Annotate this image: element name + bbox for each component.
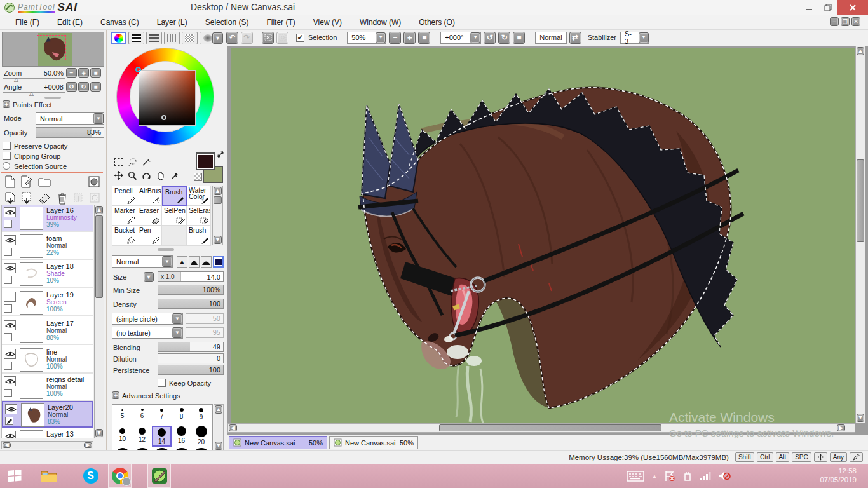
deselect-button[interactable]: [262, 32, 274, 44]
layer-paint-mode-box[interactable]: [5, 417, 13, 425]
layer-option-box[interactable]: [4, 276, 12, 284]
nav-zoom-in-button[interactable]: ＋: [78, 68, 89, 78]
size-preset-12[interactable]: 12: [132, 426, 152, 447]
nav-rotate-reset-button[interactable]: ■: [90, 82, 101, 92]
scroll-up-button[interactable]: ▲: [214, 187, 222, 195]
tool-marker[interactable]: Marker: [112, 206, 137, 226]
network-signal-icon[interactable]: [700, 471, 711, 481]
tool-pen[interactable]: Pen: [137, 226, 162, 246]
navigator-viewport-marquee[interactable]: [37, 35, 66, 60]
min-size-bar[interactable]: 100%: [158, 285, 224, 295]
taskbar-clock[interactable]: 12:58 07/05/2019: [820, 466, 857, 484]
rotate-reset-button[interactable]: ■: [513, 32, 525, 44]
layer-list-scrollbar[interactable]: ▲ ▼: [94, 205, 104, 438]
mdi-close-button[interactable]: ✕: [851, 17, 860, 26]
persistence-bar[interactable]: 100: [158, 365, 224, 375]
scroll-down-button[interactable]: ▼: [214, 236, 222, 244]
tool-seleras[interactable]: SelEras: [187, 206, 211, 226]
stabilizer-combo[interactable]: S-3▼: [620, 32, 649, 44]
layer-visibility-toggle[interactable]: [4, 235, 16, 245]
paints-effect-expander-icon[interactable]: ＋: [3, 100, 10, 108]
tool-brush-selected[interactable]: Brush: [162, 186, 187, 206]
action-center-flag-icon[interactable]: [665, 471, 675, 482]
menu-filter[interactable]: Filter (T): [257, 18, 304, 27]
document-tab[interactable]: New Canvas.sai 50%: [329, 436, 418, 449]
flip-view-button[interactable]: ⇄: [569, 32, 581, 44]
menu-others[interactable]: Others (O): [410, 18, 464, 27]
layer-row[interactable]: Layer 18Shade10%: [2, 261, 93, 288]
zoom-in-button[interactable]: ＋: [403, 32, 416, 44]
eyedropper-tool[interactable]: [168, 169, 181, 182]
zoom-combo[interactable]: 50%▼: [347, 32, 386, 44]
layer-option-box[interactable]: [4, 248, 12, 256]
size-preset-6[interactable]: 6: [132, 405, 152, 426]
new-layer-button[interactable]: [3, 174, 18, 189]
tool-airbrush[interactable]: AirBrush: [137, 186, 162, 206]
pen-indicator[interactable]: [850, 452, 863, 462]
scrollbar-thumb[interactable]: [857, 159, 864, 242]
brush-texture-combo-arrow-icon[interactable]: ▼: [172, 327, 182, 338]
layer-row[interactable]: foamNormal22%: [2, 233, 93, 260]
any-key-indicator[interactable]: Any: [830, 452, 847, 462]
hand-tool[interactable]: [154, 169, 167, 182]
dilution-bar[interactable]: 0: [158, 353, 224, 363]
layer-thumbnail[interactable]: [20, 207, 43, 230]
layer-option-box[interactable]: [4, 333, 12, 341]
transfer-selection-down-button[interactable]: [19, 191, 34, 206]
color-panel-menu-button[interactable]: ▼: [212, 32, 223, 44]
delete-layer-button[interactable]: [55, 191, 70, 206]
scrollbar-thumb[interactable]: [214, 196, 222, 204]
brush-size-field[interactable]: x 1.0 14.0: [158, 271, 224, 282]
zoom-reset-button[interactable]: ■: [418, 32, 430, 44]
rotate-canvas-tool[interactable]: [140, 169, 153, 182]
undo-button[interactable]: ↶: [226, 32, 238, 44]
sv-marker[interactable]: [161, 115, 166, 120]
menu-file[interactable]: File (F): [6, 18, 48, 27]
mdi-restore-button[interactable]: ❐: [841, 17, 850, 26]
move-tool[interactable]: [112, 169, 125, 182]
size-preset-5[interactable]: 5: [112, 405, 132, 426]
reselect-button[interactable]: [276, 32, 288, 44]
nav-zoom-reset-button[interactable]: ■: [90, 68, 101, 78]
selection-checkbox[interactable]: ✓: [296, 34, 304, 42]
layer-visibility-toggle[interactable]: [4, 263, 16, 273]
layer-option-box[interactable]: [4, 389, 12, 397]
size-grid-scrollbar[interactable]: ▲ ▼: [214, 404, 224, 451]
size-preset-9[interactable]: 9: [191, 405, 211, 426]
layer-visibility-toggle[interactable]: [4, 376, 16, 386]
layer-list-hscrollbar[interactable]: ◀ ▶: [1, 441, 93, 449]
scrollbar-thumb[interactable]: [95, 215, 103, 298]
apply-mask-button[interactable]: [88, 191, 103, 206]
transparent-color-button[interactable]: [194, 173, 202, 181]
brush-tip-softer[interactable]: [201, 256, 212, 268]
menu-selection[interactable]: Selection (S): [196, 18, 258, 27]
layer-thumbnail[interactable]: [20, 348, 43, 372]
layer-thumbnail[interactable]: [20, 320, 43, 343]
scroll-up-button[interactable]: ▲: [215, 405, 222, 414]
layer-visibility-toggle[interactable]: [4, 207, 16, 217]
color-wheel-tab[interactable]: [111, 32, 126, 44]
close-button[interactable]: [837, 0, 868, 15]
tool-eraser[interactable]: Eraser: [137, 206, 162, 226]
rgb-sliders-tab[interactable]: [128, 32, 144, 44]
scroll-down-button[interactable]: ▼: [857, 414, 864, 422]
scroll-down-button[interactable]: ▼: [215, 442, 222, 450]
scrollbar-thumb[interactable]: [439, 424, 661, 431]
layer-thumbnail[interactable]: [20, 262, 43, 286]
layer-thumbnail[interactable]: [20, 291, 43, 315]
scroll-left-button[interactable]: ◀: [3, 442, 11, 448]
mixer-tab[interactable]: [164, 32, 180, 44]
brush-blend-combo-arrow-icon[interactable]: ▼: [162, 256, 172, 267]
layer-row[interactable]: reigns detailNormal100%: [2, 374, 93, 401]
volume-muted-icon[interactable]: [719, 471, 731, 482]
angle-slider-thumb[interactable]: △: [29, 90, 34, 97]
redo-button[interactable]: ↷: [241, 32, 253, 44]
density-bar[interactable]: 100: [158, 299, 224, 309]
start-button[interactable]: [3, 464, 26, 488]
layer-thumbnail[interactable]: [21, 403, 44, 427]
layer-thumbnail[interactable]: [20, 430, 43, 438]
blending-bar[interactable]: 49: [158, 342, 224, 352]
title-bar[interactable]: PaintTool SAI Desktop / New Canvas.sai: [0, 0, 868, 15]
tool-brush2[interactable]: Brush: [187, 226, 211, 246]
size-preset-16[interactable]: 16: [172, 426, 191, 447]
